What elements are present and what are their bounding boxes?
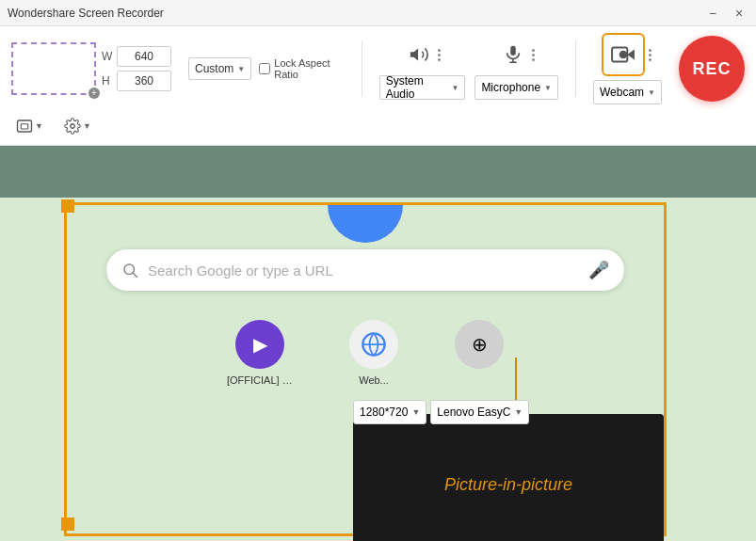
search-placeholder: Search Google or type a URL (148, 263, 579, 278)
thumb-label-1: [OFFICIAL] W... (227, 374, 293, 386)
svg-point-8 (71, 124, 75, 129)
title-bar: Wondershare Screen Recorder − × (0, 0, 756, 26)
thumb-item-3[interactable]: ⊕ (455, 320, 504, 386)
height-row: H (102, 71, 171, 91)
thumb-item-2[interactable]: Web... (349, 320, 398, 386)
microphone-arrow: ▼ (544, 84, 552, 92)
microphone-icon[interactable] (496, 38, 530, 72)
custom-dropdown[interactable]: Custom ▼ (188, 57, 251, 80)
system-audio-label: System Audio (386, 74, 448, 101)
search-bar[interactable]: Search Google or type a URL 🎤 (106, 249, 624, 291)
controls-row: W H Custom ▼ Lock Aspect Ratio (0, 26, 756, 111)
region-selector: W H (11, 42, 171, 95)
divider-1 (362, 40, 362, 97)
microphone-label: Microphone (481, 81, 540, 94)
search-bar-container: Search Google or type a URL 🎤 (64, 249, 667, 291)
corner-bl (61, 517, 74, 531)
close-button[interactable]: × (730, 4, 748, 23)
mic-search-icon[interactable]: 🎤 (588, 260, 609, 280)
svg-point-4 (619, 51, 628, 59)
lock-aspect-checkbox[interactable] (259, 63, 270, 74)
webcam-button[interactable] (602, 33, 645, 76)
height-input[interactable] (117, 71, 171, 91)
microphone-item: Microphone ▼ (475, 38, 558, 100)
lock-aspect-label[interactable]: Lock Aspect Ratio (259, 57, 344, 80)
webcam-settings-bar: 1280*720 ▼ Lenovo EasyC ▼ (353, 400, 529, 424)
title-bar-controls: − × (703, 4, 748, 23)
webcam-group: Webcam ▼ (593, 33, 662, 104)
camera-arrow: ▼ (514, 407, 523, 417)
webcam-popup: Picture-in-picture (353, 414, 664, 541)
resolution-select[interactable]: 1280*720 ▼ (353, 400, 426, 424)
web-icon (361, 331, 387, 358)
webcam-popup-text: Picture-in-picture (444, 475, 572, 495)
thumb-icon-3: ⊕ (455, 320, 504, 369)
system-audio-icon[interactable] (402, 38, 436, 72)
resolution-label: 1280*720 (360, 406, 408, 419)
width-row: W (102, 46, 171, 67)
screen-capture-btn[interactable]: ▼ (11, 115, 48, 137)
top-panel: Wondershare Screen Recorder − × W H (0, 0, 756, 146)
wh-inputs: W H (102, 46, 171, 91)
thumbnails-row: ▶ [OFFICIAL] W... Web... ⊕ (64, 320, 667, 386)
webcam-row (602, 33, 653, 76)
resolution-arrow: ▼ (411, 407, 420, 417)
lock-aspect-text: Lock Aspect Ratio (274, 57, 344, 80)
system-audio-arrow: ▼ (451, 84, 458, 92)
screen-capture-arrow: ▼ (35, 121, 43, 131)
custom-dropdown-arrow: ▼ (237, 65, 245, 73)
app-title: Wondershare Screen Recorder (8, 7, 164, 20)
search-icon (121, 262, 138, 278)
svg-rect-1 (510, 46, 516, 56)
divider-2 (575, 40, 576, 97)
microphone-icon-area (496, 38, 537, 72)
thumb-item-1[interactable]: ▶ [OFFICIAL] W... (227, 320, 293, 386)
corner-tl (61, 199, 74, 213)
custom-label: Custom (195, 62, 233, 75)
svg-rect-7 (21, 124, 28, 129)
system-audio-item: System Audio ▼ (379, 38, 466, 100)
thumb-icon-1: ▶ (235, 320, 284, 369)
minimize-button[interactable]: − (703, 4, 722, 23)
svg-line-10 (133, 273, 137, 277)
region-preview[interactable] (11, 42, 96, 95)
microphone-dropdown[interactable]: Microphone ▼ (475, 75, 558, 100)
system-audio-dropdown[interactable]: System Audio ▼ (379, 75, 466, 100)
settings-btn[interactable]: ▼ (59, 115, 96, 137)
webcam-label: Webcam (600, 86, 644, 99)
custom-select-row: Custom ▼ Lock Aspect Ratio (188, 57, 345, 80)
camera-select[interactable]: Lenovo EasyC ▼ (430, 400, 529, 424)
svg-marker-0 (410, 49, 418, 61)
w-label: W (102, 50, 113, 63)
webcam-dots[interactable] (647, 47, 653, 63)
camera-label: Lenovo EasyC (437, 406, 510, 419)
thumb-icon-2 (349, 320, 398, 369)
thumb-label-2: Web... (359, 374, 389, 386)
bottom-row: ▼ ▼ (0, 111, 756, 145)
system-audio-dots[interactable] (436, 47, 442, 63)
webcam-arrow: ▼ (648, 88, 655, 97)
browser-area: Search Google or type a URL 🎤 ▶ [OFFICIA… (0, 198, 756, 541)
svg-rect-6 (18, 120, 32, 132)
webcam-dropdown[interactable]: Webcam ▼ (593, 80, 662, 104)
h-label: H (102, 74, 113, 88)
rec-button[interactable]: REC (679, 36, 745, 102)
width-input[interactable] (117, 46, 171, 67)
microphone-dots[interactable] (530, 47, 537, 63)
system-audio-icon-area (402, 38, 442, 72)
settings-arrow: ▼ (83, 121, 91, 131)
